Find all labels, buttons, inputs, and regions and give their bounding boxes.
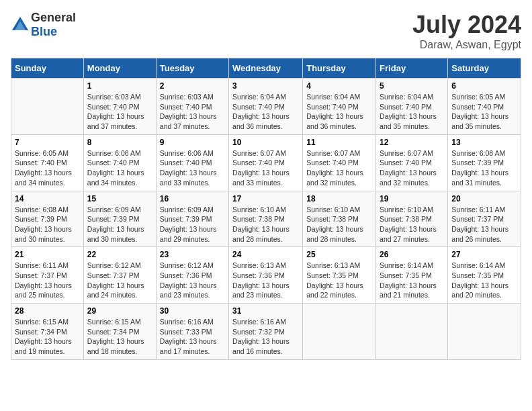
logo-icon — [11, 15, 30, 34]
day-number: 26 — [380, 250, 444, 259]
calendar-cell: 31Sunrise: 6:16 AM Sunset: 7:32 PM Dayli… — [229, 304, 303, 360]
column-header-monday: Monday — [83, 58, 156, 79]
day-number: 13 — [451, 138, 517, 147]
page-header: General Blue July 2024 Daraw, Aswan, Egy… — [11, 11, 521, 51]
day-info: Sunrise: 6:04 AM Sunset: 7:40 PM Dayligh… — [232, 92, 299, 132]
day-info: Sunrise: 6:07 AM Sunset: 7:40 PM Dayligh… — [306, 148, 372, 188]
day-number: 10 — [232, 138, 299, 147]
day-number: 5 — [380, 81, 444, 91]
calendar-cell: 7Sunrise: 6:05 AM Sunset: 7:40 PM Daylig… — [11, 134, 84, 191]
day-info: Sunrise: 6:15 AM Sunset: 7:34 PM Dayligh… — [87, 317, 152, 357]
calendar-cell: 13Sunrise: 6:08 AM Sunset: 7:39 PM Dayli… — [448, 134, 521, 191]
calendar-cell: 8Sunrise: 6:06 AM Sunset: 7:40 PM Daylig… — [83, 134, 156, 191]
subtitle: Daraw, Aswan, Egypt — [412, 39, 521, 51]
day-number: 27 — [451, 250, 517, 259]
calendar-cell: 18Sunrise: 6:10 AM Sunset: 7:38 PM Dayli… — [303, 191, 376, 247]
calendar-cell: 21Sunrise: 6:11 AM Sunset: 7:37 PM Dayli… — [11, 247, 84, 304]
column-header-saturday: Saturday — [448, 58, 521, 79]
day-number: 20 — [451, 194, 517, 203]
calendar-cell: 25Sunrise: 6:13 AM Sunset: 7:35 PM Dayli… — [303, 247, 376, 304]
calendar-cell: 15Sunrise: 6:09 AM Sunset: 7:39 PM Dayli… — [83, 191, 156, 247]
calendar-cell: 28Sunrise: 6:15 AM Sunset: 7:34 PM Dayli… — [11, 304, 84, 360]
calendar-body: 1Sunrise: 6:03 AM Sunset: 7:40 PM Daylig… — [11, 79, 521, 360]
day-info: Sunrise: 6:08 AM Sunset: 7:39 PM Dayligh… — [15, 205, 80, 244]
calendar-cell — [303, 304, 376, 360]
title-area: July 2024 Daraw, Aswan, Egypt — [412, 11, 521, 51]
day-number: 29 — [87, 306, 152, 316]
calendar-cell: 14Sunrise: 6:08 AM Sunset: 7:39 PM Dayli… — [11, 191, 84, 247]
day-info: Sunrise: 6:05 AM Sunset: 7:40 PM Dayligh… — [451, 92, 517, 132]
day-info: Sunrise: 6:16 AM Sunset: 7:32 PM Dayligh… — [232, 317, 299, 357]
calendar-cell: 3Sunrise: 6:04 AM Sunset: 7:40 PM Daylig… — [229, 79, 303, 135]
calendar-cell: 6Sunrise: 6:05 AM Sunset: 7:40 PM Daylig… — [448, 79, 521, 135]
day-number: 19 — [380, 194, 444, 203]
day-info: Sunrise: 6:14 AM Sunset: 7:35 PM Dayligh… — [451, 261, 517, 300]
calendar-cell: 29Sunrise: 6:15 AM Sunset: 7:34 PM Dayli… — [83, 304, 156, 360]
column-header-wednesday: Wednesday — [229, 58, 303, 79]
day-info: Sunrise: 6:05 AM Sunset: 7:40 PM Dayligh… — [15, 148, 80, 188]
day-number: 1 — [87, 81, 152, 91]
calendar-cell: 23Sunrise: 6:12 AM Sunset: 7:36 PM Dayli… — [156, 247, 228, 304]
calendar-cell — [448, 304, 521, 360]
day-number: 12 — [380, 138, 444, 147]
calendar-cell: 26Sunrise: 6:14 AM Sunset: 7:35 PM Dayli… — [376, 247, 448, 304]
day-info: Sunrise: 6:11 AM Sunset: 7:37 PM Dayligh… — [451, 205, 517, 244]
day-info: Sunrise: 6:07 AM Sunset: 7:40 PM Dayligh… — [232, 148, 299, 188]
column-header-sunday: Sunday — [11, 58, 84, 79]
day-number: 31 — [232, 306, 299, 316]
calendar-cell: 10Sunrise: 6:07 AM Sunset: 7:40 PM Dayli… — [229, 134, 303, 191]
day-number: 28 — [15, 306, 80, 316]
day-number: 17 — [232, 194, 299, 203]
day-number: 9 — [160, 138, 225, 147]
day-info: Sunrise: 6:10 AM Sunset: 7:38 PM Dayligh… — [232, 205, 299, 244]
calendar-cell: 16Sunrise: 6:09 AM Sunset: 7:39 PM Dayli… — [156, 191, 228, 247]
column-header-friday: Friday — [376, 58, 448, 79]
day-number: 23 — [160, 250, 225, 259]
day-number: 22 — [87, 250, 152, 259]
day-number: 15 — [87, 194, 152, 203]
calendar-cell: 19Sunrise: 6:10 AM Sunset: 7:38 PM Dayli… — [376, 191, 448, 247]
day-number: 16 — [160, 194, 225, 203]
calendar-cell — [11, 79, 84, 135]
day-number: 18 — [306, 194, 372, 203]
day-info: Sunrise: 6:16 AM Sunset: 7:33 PM Dayligh… — [160, 317, 225, 357]
calendar-week-row: 1Sunrise: 6:03 AM Sunset: 7:40 PM Daylig… — [11, 79, 521, 135]
day-number: 21 — [15, 250, 80, 259]
day-number: 25 — [306, 250, 372, 259]
day-info: Sunrise: 6:10 AM Sunset: 7:38 PM Dayligh… — [306, 205, 372, 244]
calendar-table: SundayMondayTuesdayWednesdayThursdayFrid… — [11, 58, 521, 360]
calendar-cell — [376, 304, 448, 360]
calendar-week-row: 28Sunrise: 6:15 AM Sunset: 7:34 PM Dayli… — [11, 304, 521, 360]
calendar-header-row: SundayMondayTuesdayWednesdayThursdayFrid… — [11, 58, 521, 79]
calendar-cell: 20Sunrise: 6:11 AM Sunset: 7:37 PM Dayli… — [448, 191, 521, 247]
calendar-cell: 22Sunrise: 6:12 AM Sunset: 7:37 PM Dayli… — [83, 247, 156, 304]
calendar-cell: 24Sunrise: 6:13 AM Sunset: 7:36 PM Dayli… — [229, 247, 303, 304]
day-info: Sunrise: 6:03 AM Sunset: 7:40 PM Dayligh… — [160, 92, 225, 132]
calendar-cell: 12Sunrise: 6:07 AM Sunset: 7:40 PM Dayli… — [376, 134, 448, 191]
calendar-cell: 9Sunrise: 6:06 AM Sunset: 7:40 PM Daylig… — [156, 134, 228, 191]
day-number: 11 — [306, 138, 372, 147]
day-info: Sunrise: 6:04 AM Sunset: 7:40 PM Dayligh… — [380, 92, 444, 132]
day-info: Sunrise: 6:06 AM Sunset: 7:40 PM Dayligh… — [160, 148, 225, 188]
calendar-cell: 1Sunrise: 6:03 AM Sunset: 7:40 PM Daylig… — [83, 79, 156, 135]
calendar-cell: 4Sunrise: 6:04 AM Sunset: 7:40 PM Daylig… — [303, 79, 376, 135]
day-info: Sunrise: 6:09 AM Sunset: 7:39 PM Dayligh… — [87, 205, 152, 244]
calendar-week-row: 21Sunrise: 6:11 AM Sunset: 7:37 PM Dayli… — [11, 247, 521, 304]
day-info: Sunrise: 6:09 AM Sunset: 7:39 PM Dayligh… — [160, 205, 225, 244]
day-info: Sunrise: 6:13 AM Sunset: 7:36 PM Dayligh… — [232, 261, 299, 300]
day-info: Sunrise: 6:04 AM Sunset: 7:40 PM Dayligh… — [306, 92, 372, 132]
day-number: 24 — [232, 250, 299, 259]
day-info: Sunrise: 6:15 AM Sunset: 7:34 PM Dayligh… — [15, 317, 80, 357]
calendar-cell: 17Sunrise: 6:10 AM Sunset: 7:38 PM Dayli… — [229, 191, 303, 247]
day-info: Sunrise: 6:07 AM Sunset: 7:40 PM Dayligh… — [380, 148, 444, 188]
day-info: Sunrise: 6:06 AM Sunset: 7:40 PM Dayligh… — [87, 148, 152, 188]
day-info: Sunrise: 6:10 AM Sunset: 7:38 PM Dayligh… — [380, 205, 444, 244]
calendar-cell: 5Sunrise: 6:04 AM Sunset: 7:40 PM Daylig… — [376, 79, 448, 135]
day-number: 4 — [306, 81, 372, 91]
day-number: 30 — [160, 306, 225, 316]
day-number: 14 — [15, 194, 80, 203]
day-number: 8 — [87, 138, 152, 147]
calendar-week-row: 14Sunrise: 6:08 AM Sunset: 7:39 PM Dayli… — [11, 191, 521, 247]
calendar-cell: 2Sunrise: 6:03 AM Sunset: 7:40 PM Daylig… — [156, 79, 228, 135]
logo-general-text: General — [31, 11, 76, 24]
